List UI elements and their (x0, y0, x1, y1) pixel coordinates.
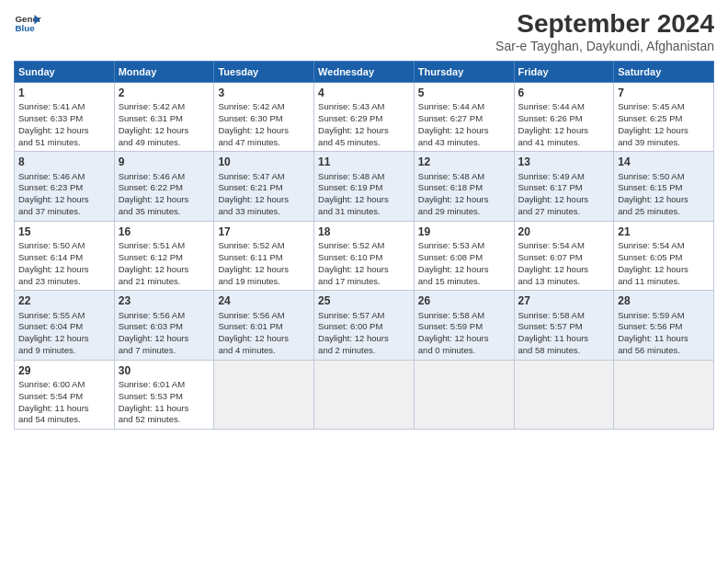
day-info: Sunrise: 5:55 AMSunset: 6:04 PMDaylight:… (18, 310, 110, 357)
day-info: Sunrise: 5:58 AMSunset: 5:57 PMDaylight:… (518, 310, 610, 357)
table-row: 22Sunrise: 5:55 AMSunset: 6:04 PMDayligh… (15, 291, 115, 360)
day-number: 21 (618, 224, 710, 239)
day-info: Sunrise: 5:50 AMSunset: 6:15 PMDaylight:… (618, 171, 710, 218)
day-info: Sunrise: 5:50 AMSunset: 6:14 PMDaylight:… (18, 240, 110, 287)
day-number: 9 (119, 155, 210, 169)
day-info: Sunrise: 5:52 AMSunset: 6:10 PMDaylight:… (318, 240, 410, 287)
day-info: Sunrise: 5:44 AMSunset: 6:26 PMDaylight:… (518, 101, 610, 148)
table-row: 24Sunrise: 5:56 AMSunset: 6:01 PMDayligh… (214, 291, 314, 360)
calendar-table: Sunday Monday Tuesday Wednesday Thursday… (14, 61, 714, 430)
table-row: 18Sunrise: 5:52 AMSunset: 6:10 PMDayligh… (314, 221, 415, 290)
table-row: 25Sunrise: 5:57 AMSunset: 6:00 PMDayligh… (314, 291, 415, 360)
col-friday: Friday (514, 62, 614, 83)
day-number: 24 (218, 293, 310, 308)
table-row: 27Sunrise: 5:58 AMSunset: 5:57 PMDayligh… (514, 291, 614, 360)
table-row: 21Sunrise: 5:54 AMSunset: 6:05 PMDayligh… (614, 221, 714, 290)
table-row: 13Sunrise: 5:49 AMSunset: 6:17 PMDayligh… (514, 152, 614, 221)
table-row (514, 360, 614, 429)
table-row: 20Sunrise: 5:54 AMSunset: 6:07 PMDayligh… (514, 221, 614, 290)
table-row: 17Sunrise: 5:52 AMSunset: 6:11 PMDayligh… (214, 221, 314, 290)
logo: General Blue (14, 9, 41, 37)
day-info: Sunrise: 5:41 AMSunset: 6:33 PMDaylight:… (18, 101, 110, 148)
day-info: Sunrise: 5:56 AMSunset: 6:01 PMDaylight:… (218, 310, 310, 357)
day-info: Sunrise: 5:48 AMSunset: 6:19 PMDaylight:… (318, 171, 410, 218)
day-number: 28 (618, 293, 710, 308)
col-saturday: Saturday (614, 62, 714, 83)
day-info: Sunrise: 5:51 AMSunset: 6:12 PMDaylight:… (119, 240, 210, 287)
day-number: 8 (18, 155, 110, 169)
table-row: 12Sunrise: 5:48 AMSunset: 6:18 PMDayligh… (414, 152, 514, 221)
day-number: 11 (318, 155, 410, 169)
col-wednesday: Wednesday (314, 62, 415, 83)
table-row: 15Sunrise: 5:50 AMSunset: 6:14 PMDayligh… (15, 221, 115, 290)
calendar-week-row: 8Sunrise: 5:46 AMSunset: 6:23 PMDaylight… (15, 152, 714, 221)
day-number: 23 (119, 293, 210, 308)
table-row: 5Sunrise: 5:44 AMSunset: 6:27 PMDaylight… (414, 83, 514, 152)
logo-icon: General Blue (14, 9, 41, 37)
table-row: 14Sunrise: 5:50 AMSunset: 6:15 PMDayligh… (614, 152, 714, 221)
calendar-week-row: 15Sunrise: 5:50 AMSunset: 6:14 PMDayligh… (15, 221, 714, 290)
day-info: Sunrise: 5:56 AMSunset: 6:03 PMDaylight:… (119, 310, 210, 357)
table-row: 3Sunrise: 5:42 AMSunset: 6:30 PMDaylight… (214, 83, 314, 152)
day-info: Sunrise: 6:01 AMSunset: 5:53 PMDaylight:… (119, 379, 210, 426)
table-row: 1Sunrise: 5:41 AMSunset: 6:33 PMDaylight… (15, 83, 115, 152)
day-info: Sunrise: 5:44 AMSunset: 6:27 PMDaylight:… (418, 101, 510, 148)
day-info: Sunrise: 5:45 AMSunset: 6:25 PMDaylight:… (618, 101, 710, 148)
day-info: Sunrise: 5:52 AMSunset: 6:11 PMDaylight:… (218, 240, 310, 287)
table-row (314, 360, 415, 429)
day-info: Sunrise: 5:42 AMSunset: 6:31 PMDaylight:… (119, 101, 210, 148)
day-number: 16 (119, 224, 210, 239)
day-info: Sunrise: 5:57 AMSunset: 6:00 PMDaylight:… (318, 310, 410, 357)
day-info: Sunrise: 5:43 AMSunset: 6:29 PMDaylight:… (318, 101, 410, 148)
title-block: September 2024 Sar-e Tayghan, Daykundi, … (495, 9, 714, 53)
day-info: Sunrise: 5:49 AMSunset: 6:17 PMDaylight:… (518, 171, 610, 218)
day-number: 5 (418, 86, 510, 100)
table-row: 2Sunrise: 5:42 AMSunset: 6:31 PMDaylight… (114, 83, 214, 152)
day-info: Sunrise: 5:59 AMSunset: 5:56 PMDaylight:… (618, 310, 710, 357)
table-row (414, 360, 514, 429)
day-info: Sunrise: 5:47 AMSunset: 6:21 PMDaylight:… (218, 171, 310, 218)
table-row: 8Sunrise: 5:46 AMSunset: 6:23 PMDaylight… (15, 152, 115, 221)
day-number: 19 (418, 224, 510, 239)
day-info: Sunrise: 5:42 AMSunset: 6:30 PMDaylight:… (218, 101, 310, 148)
day-number: 13 (518, 155, 610, 169)
table-row (614, 360, 714, 429)
day-number: 10 (218, 155, 310, 169)
day-number: 25 (318, 293, 410, 308)
day-number: 26 (418, 293, 510, 308)
table-row: 23Sunrise: 5:56 AMSunset: 6:03 PMDayligh… (114, 291, 214, 360)
day-number: 18 (318, 224, 410, 239)
day-number: 15 (18, 224, 110, 239)
table-row: 29Sunrise: 6:00 AMSunset: 5:54 PMDayligh… (15, 360, 115, 429)
col-thursday: Thursday (414, 62, 514, 83)
day-number: 17 (218, 224, 310, 239)
table-row: 7Sunrise: 5:45 AMSunset: 6:25 PMDaylight… (614, 83, 714, 152)
table-row (214, 360, 314, 429)
day-info: Sunrise: 5:48 AMSunset: 6:18 PMDaylight:… (418, 171, 510, 218)
day-info: Sunrise: 5:46 AMSunset: 6:22 PMDaylight:… (119, 171, 210, 218)
day-info: Sunrise: 5:58 AMSunset: 5:59 PMDaylight:… (418, 310, 510, 357)
table-row: 26Sunrise: 5:58 AMSunset: 5:59 PMDayligh… (414, 291, 514, 360)
day-info: Sunrise: 5:54 AMSunset: 6:07 PMDaylight:… (518, 240, 610, 287)
day-number: 22 (18, 293, 110, 308)
table-row: 28Sunrise: 5:59 AMSunset: 5:56 PMDayligh… (614, 291, 714, 360)
day-number: 20 (518, 224, 610, 239)
day-number: 29 (18, 363, 110, 378)
day-number: 4 (318, 86, 410, 100)
day-number: 1 (18, 86, 110, 100)
day-number: 2 (119, 86, 210, 100)
calendar-week-row: 22Sunrise: 5:55 AMSunset: 6:04 PMDayligh… (15, 291, 714, 360)
day-number: 12 (418, 155, 510, 169)
day-number: 7 (618, 86, 710, 100)
table-row: 9Sunrise: 5:46 AMSunset: 6:22 PMDaylight… (114, 152, 214, 221)
day-number: 27 (518, 293, 610, 308)
day-number: 3 (218, 86, 310, 100)
day-info: Sunrise: 5:46 AMSunset: 6:23 PMDaylight:… (18, 171, 110, 218)
page-header: General Blue September 2024 Sar-e Taygha… (14, 9, 714, 53)
table-row: 16Sunrise: 5:51 AMSunset: 6:12 PMDayligh… (114, 221, 214, 290)
calendar-week-row: 29Sunrise: 6:00 AMSunset: 5:54 PMDayligh… (15, 360, 714, 429)
col-tuesday: Tuesday (214, 62, 314, 83)
page-subtitle: Sar-e Tayghan, Daykundi, Afghanistan (495, 39, 714, 53)
day-info: Sunrise: 6:00 AMSunset: 5:54 PMDaylight:… (18, 379, 110, 426)
day-info: Sunrise: 5:53 AMSunset: 6:08 PMDaylight:… (418, 240, 510, 287)
